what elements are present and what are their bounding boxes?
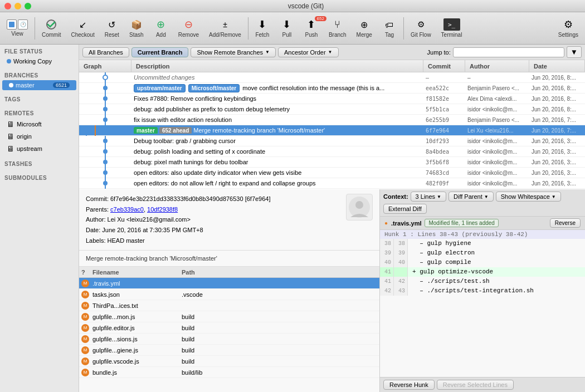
graph-cell [79, 157, 131, 168]
file-status-icon: M [79, 291, 90, 298]
table-row[interactable]: fix issue with editor action resolution … [79, 115, 585, 125]
close-button[interactable] [4, 3, 11, 9]
table-row[interactable]: debug: add publisher as prefix to custom… [79, 104, 585, 115]
all-branches-btn[interactable]: All Branches [82, 47, 129, 57]
file-row[interactable]: M gulpfile...sions.js build [79, 334, 379, 345]
current-branch-btn[interactable]: Current Branch [131, 47, 189, 57]
toolbar-terminal[interactable]: >_ Terminal [437, 16, 467, 40]
diff-file-icon: ● [384, 220, 388, 226]
toolbar-pull[interactable]: ⬇ Pull [275, 16, 299, 40]
toolbar-stash[interactable]: 📦 Stash [125, 16, 148, 40]
diff-parent-dropdown[interactable]: Diff Parent [448, 192, 494, 202]
toolbar-commit[interactable]: Commit [37, 16, 65, 40]
desc-cell: master 652 ahead Merge remote-tracking b… [131, 127, 423, 134]
desc-cell: open editors: also update dirty indicato… [131, 169, 423, 176]
file-row[interactable]: M bundle.js build/lib [79, 367, 379, 378]
gitflow-label: Git Flow [411, 32, 431, 38]
line-content: + gulp optimize-vscode [408, 267, 585, 277]
date-cell: Jun 20, 2016, 8:... [529, 96, 585, 102]
parent2-link[interactable]: 10df2938f8 [147, 206, 178, 213]
table-row[interactable]: open editors: do not allow left / right … [79, 178, 585, 189]
parents-label: Parents: [86, 206, 110, 213]
desc-cell: Debug toolbar: grab / grabbing cursor [131, 138, 423, 144]
diff-file-header: ● .travis.yml Modified file, 1 lines add… [380, 217, 585, 230]
filepath-cell: build [179, 313, 379, 320]
external-diff-btn[interactable]: External Diff [383, 204, 427, 214]
parent1-link[interactable]: c7eb339ac0 [110, 206, 144, 213]
ancestor-order-dropdown[interactable]: Ancestor Order [278, 47, 339, 57]
toolbar-checkout[interactable]: ↙ Checkout [66, 16, 99, 40]
author-cell: Benjamin Pasero <... [465, 85, 529, 91]
filepath-cell: build [179, 325, 379, 331]
file-row[interactable]: M .travis.yml [79, 278, 379, 289]
file-modified-icon: M [81, 357, 89, 365]
toolbar-remove[interactable]: ⊖ Remove [174, 16, 203, 40]
file-row[interactable]: M tasks.json .vscode [79, 289, 379, 300]
line-num-new: 39 [394, 248, 408, 258]
push-label: Push [305, 32, 318, 38]
toolbar-add-remove[interactable]: ± Add/Remove [204, 16, 246, 40]
line-content: – gulp hygiene [408, 239, 585, 248]
reverse-hunk-button[interactable]: Reverse Hunk [383, 380, 435, 390]
file-table-header: ? Filename Path [79, 267, 379, 278]
reset-label: Reset [105, 32, 119, 38]
table-row[interactable]: upstream/master Microsoft/master move co… [79, 83, 585, 94]
context-dropdown[interactable]: 3 Lines [411, 192, 446, 202]
toolbar-view[interactable]: 🕐 View [2, 17, 32, 39]
sidebar-working-copy[interactable]: Working Copy [0, 56, 79, 66]
file-row[interactable]: M ThirdPa...ices.txt [79, 300, 379, 311]
date-cell: Jun 20, 2016, 7:... [529, 117, 585, 123]
toolbar-fetch[interactable]: ⬇ Fetch [251, 16, 274, 40]
reverse-button[interactable]: Reverse [550, 218, 581, 228]
author-cell: isidor <inikolic@m... [465, 149, 529, 155]
jump-to-button[interactable]: ▼ [567, 46, 582, 58]
stashes-header: STASHES [0, 159, 79, 169]
toolbar-tag[interactable]: 🏷 Tag [378, 16, 401, 40]
toolbar-reset[interactable]: ↺ Reset [100, 16, 124, 40]
branch-name: master [16, 82, 35, 89]
add-remove-label: Add/Remove [209, 32, 241, 38]
commit-detail-panel: Commit: 6f7e964e3b2231dd338333f6d0b8b349… [79, 189, 380, 392]
show-remote-dropdown[interactable]: Show Remote Branches [191, 47, 276, 57]
table-row[interactable]: master 652 ahead Merge remote-tracking b… [79, 125, 585, 136]
author-cell: Alex Dima <alexdi... [465, 96, 529, 102]
date-value: June 20, 2016 at 7:30:35 PM GMT+8 [102, 227, 203, 233]
toolbar-add[interactable]: ⊕ Add [149, 16, 173, 40]
jump-to-input[interactable] [453, 47, 564, 57]
toolbar-merge[interactable]: ⊕ Merge [352, 16, 377, 40]
date-cell: Jun 20, 2016, 8:... [529, 75, 585, 81]
maximize-button[interactable] [25, 3, 31, 9]
file-modified-icon: M [81, 291, 89, 298]
file-row[interactable]: M gulpfile.vscode.js build [79, 356, 379, 367]
table-row[interactable]: Fixes #7880: Remove conflicting keybindi… [79, 94, 585, 104]
terminal-label: Terminal [441, 32, 462, 38]
th-author: Author [465, 60, 529, 72]
line-num-new: 42 [394, 277, 408, 286]
file-row[interactable]: M gulpfile...mon.js build [79, 311, 379, 322]
reverse-selected-button[interactable]: Reverse Selected Lines [437, 380, 514, 390]
toolbar-branch[interactable]: ⑂ Branch [324, 16, 351, 40]
labels-label: Labels: [86, 237, 108, 244]
window-controls[interactable] [4, 3, 31, 9]
toolbar-gitflow[interactable]: ⚙ Git Flow [406, 16, 436, 40]
table-row[interactable]: Uncommitted changes – – Jun 20, 2016, 8:… [79, 72, 585, 83]
file-row[interactable]: M gulpfile.editor.js build [79, 322, 379, 334]
sidebar-branch-master[interactable]: master 6521 [2, 80, 76, 90]
toolbar-push[interactable]: ⬆ 652 Push [300, 16, 323, 40]
toolbar-settings[interactable]: ⚙ Settings [554, 16, 583, 40]
branches-header: BRANCHES [0, 71, 79, 80]
sidebar-remote-upstream[interactable]: 🖥 upstream [0, 143, 79, 155]
minimize-button[interactable] [14, 3, 21, 9]
show-whitespace-dropdown[interactable]: Show Whitespace [496, 192, 561, 202]
table-row[interactable]: debug: pixel math tunings for debu toolb… [79, 157, 585, 168]
sidebar-remote-microsoft[interactable]: 🖥 Microsoft [0, 118, 79, 130]
file-col-q-header: ? [79, 269, 90, 276]
file-row[interactable]: M gulpfile...giene.js build [79, 345, 379, 356]
table-row[interactable]: open editors: also update dirty indicato… [79, 168, 585, 178]
table-row[interactable]: Debug toolbar: grab / grabbing cursor 10… [79, 136, 585, 146]
graph-cell [79, 136, 131, 146]
commit-header: Commit: 6f7e964e3b2231dd338333f6d0b8b349… [79, 189, 379, 251]
tag-master: master [134, 127, 158, 134]
table-row[interactable]: debug: polish loading and setting of x c… [79, 146, 585, 157]
sidebar-remote-origin[interactable]: 🖥 origin [0, 130, 79, 143]
